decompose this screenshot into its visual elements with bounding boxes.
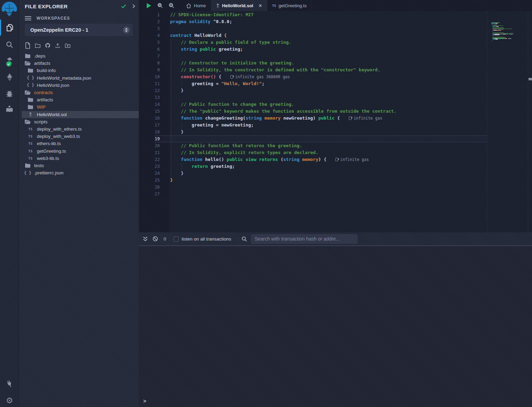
plugin-manager-rail-button[interactable]: [0, 376, 19, 391]
search-rail-button[interactable]: [0, 37, 19, 52]
tab-helloworld-sol[interactable]: HelloWorld.sol ✕: [211, 0, 268, 11]
terminal-search-input[interactable]: [251, 234, 357, 244]
tree-item-tests[interactable]: tests: [19, 162, 139, 169]
line-number: 1: [139, 11, 160, 18]
compile-success-badge: [6, 61, 11, 67]
solidity-compiler-rail-button[interactable]: [0, 53, 19, 69]
tree-item-deploy-with-ethers-ts[interactable]: TSdeploy_with_ethers.ts: [19, 125, 139, 133]
tabs: Home HelloWorld.sol ✕ TS getGreeting.ts: [181, 0, 312, 11]
indent-guide: [181, 80, 182, 87]
line-number: 25: [139, 177, 160, 184]
tree-item-scripts[interactable]: scripts: [19, 118, 139, 125]
line-number: 15: [139, 108, 160, 115]
tree-item-label: tests: [34, 163, 44, 168]
line-number: 7: [139, 53, 160, 60]
terminal-toolbar: 0 listen on all transactions: [139, 232, 532, 246]
editor-tabbar: Home HelloWorld.sol ✕ TS getGreeting.ts: [139, 0, 532, 11]
close-icon[interactable]: ✕: [258, 3, 262, 8]
tree-item--deps[interactable]: .deps: [19, 52, 139, 60]
tree-item-artifacts[interactable]: artifacts: [19, 96, 139, 103]
tab-getgreeting-ts[interactable]: TS getGreeting.ts: [267, 0, 312, 11]
json-icon: { }: [28, 83, 33, 88]
play-icon[interactable]: [143, 0, 154, 11]
scrollbar-thumb[interactable]: [529, 78, 532, 80]
tree-item-ethers-lib-ts[interactable]: TSethers-lib.ts: [19, 140, 139, 147]
workspace-sort-icon[interactable]: [123, 27, 130, 33]
chevron-right-icon[interactable]: [132, 4, 135, 9]
code-line-11: greeting = "Hello, World!";: [170, 80, 532, 87]
code-line-10: constructor() {infinite gas 368600 gas: [170, 73, 532, 80]
tree-item-web3-lib-ts[interactable]: TSweb3-lib.ts: [19, 155, 139, 162]
tree-item-label: deploy_with_ethers.ts: [37, 126, 82, 132]
gas-pump-icon: [230, 75, 233, 79]
tree-item-label: web3-lib.ts: [37, 156, 59, 161]
code-line-26: [170, 184, 532, 191]
listen-transactions-checkbox[interactable]: [174, 236, 179, 242]
terminal-output[interactable]: >: [139, 246, 532, 407]
folder-icon: [28, 68, 33, 73]
line-number: 12: [139, 87, 160, 94]
code-line-25: }: [170, 177, 532, 184]
folder-icon: [28, 105, 33, 109]
zoom-out-icon[interactable]: [155, 0, 166, 11]
json-icon: { }: [25, 171, 31, 175]
zoom-in-icon[interactable]: [166, 0, 177, 11]
code-content: // SPDX-License-Identifier: MITpragma so…: [170, 11, 532, 197]
editor-area: Home HelloWorld.sol ✕ TS getGreeting.ts …: [139, 0, 532, 407]
code-line-8: // Constructor to initialize the greetin…: [170, 60, 532, 67]
tab-home[interactable]: Home: [181, 0, 211, 11]
chevrons-down-icon[interactable]: [143, 236, 148, 242]
tree-item-getgreeting-ts[interactable]: TSgetGreeting.ts: [19, 147, 139, 154]
ethereum-icon: [6, 73, 14, 81]
tree-item-helloworld-json[interactable]: { }HelloWorld.json: [19, 82, 139, 89]
debugger-rail-button[interactable]: [0, 86, 19, 102]
scrollbar[interactable]: [528, 11, 532, 232]
ts-icon: TS: [28, 127, 33, 131]
file-tree: .depsartifactsbuild-info{ }HelloWorld_me…: [19, 52, 139, 176]
ban-icon[interactable]: [153, 236, 158, 242]
code-line-3: [170, 25, 532, 32]
upload-file-icon[interactable]: [55, 41, 61, 50]
hamburger-menu-icon[interactable]: [25, 15, 31, 21]
tree-item-wip[interactable]: WIP: [19, 103, 139, 111]
upload-folder-icon[interactable]: [65, 41, 71, 50]
file-explorer-rail-button[interactable]: [0, 20, 19, 35]
plug-icon: [5, 379, 14, 388]
tree-item-artifacts[interactable]: artifacts: [19, 60, 139, 67]
file-explorer-toolbar: [25, 41, 71, 50]
new-file-icon[interactable]: [25, 41, 31, 50]
tree-item-build-info[interactable]: build-info: [19, 67, 139, 74]
ts-icon: TS: [28, 156, 33, 160]
code-line-15: // The "public" keyword makes the functi…: [170, 108, 532, 115]
line-number: 20: [139, 142, 160, 149]
line-number: 13: [139, 94, 160, 101]
remix-logo-icon[interactable]: [1, 1, 18, 19]
code-line-22: function hello() public view returns (st…: [170, 156, 532, 163]
new-folder-icon[interactable]: [35, 41, 41, 50]
home-icon: [186, 3, 191, 8]
tree-item-helloworld-metadata-json[interactable]: { }HelloWorld_metadata.json: [19, 74, 139, 82]
line-number: 24: [139, 170, 160, 177]
deploy-run-rail-button[interactable]: [0, 69, 19, 85]
code-editor[interactable]: 1234567891011121314151617181920212223242…: [139, 11, 532, 232]
workspace-select[interactable]: OpenZeppelin ERC20 - 1: [25, 24, 133, 36]
tree-item-label: deploy_with_web3.ts: [37, 134, 80, 139]
tree-item-label: getGreeting.ts: [37, 149, 66, 154]
tree-item-helloworld-sol[interactable]: HelloWorld.sol: [22, 111, 139, 118]
code-line-16: function changeGreeting(string memory ne…: [170, 115, 532, 122]
tree-item-label: scripts: [34, 119, 48, 124]
json-icon: { }: [28, 75, 33, 80]
gas-estimate-hint: infinite gas: [349, 115, 382, 122]
tree-item-contracts[interactable]: contracts: [19, 89, 139, 96]
learn-rail-button[interactable]: [0, 101, 19, 117]
tab-label: getGreeting.ts: [279, 3, 307, 8]
code-line-21: // In Solidity, explicit return types ar…: [170, 149, 532, 156]
indent-guide: [181, 163, 182, 170]
settings-rail-button[interactable]: ⚙: [0, 393, 19, 407]
tree-item--prettierrc-json[interactable]: { }.prettierrc.json: [19, 169, 139, 176]
tree-item-deploy-with-web3-ts[interactable]: TSdeploy_with_web3.ts: [19, 133, 139, 140]
code-line-23: return greeting;: [170, 163, 532, 170]
minimap[interactable]: [490, 22, 526, 50]
github-icon[interactable]: [45, 41, 51, 50]
search-icon: [5, 40, 14, 49]
